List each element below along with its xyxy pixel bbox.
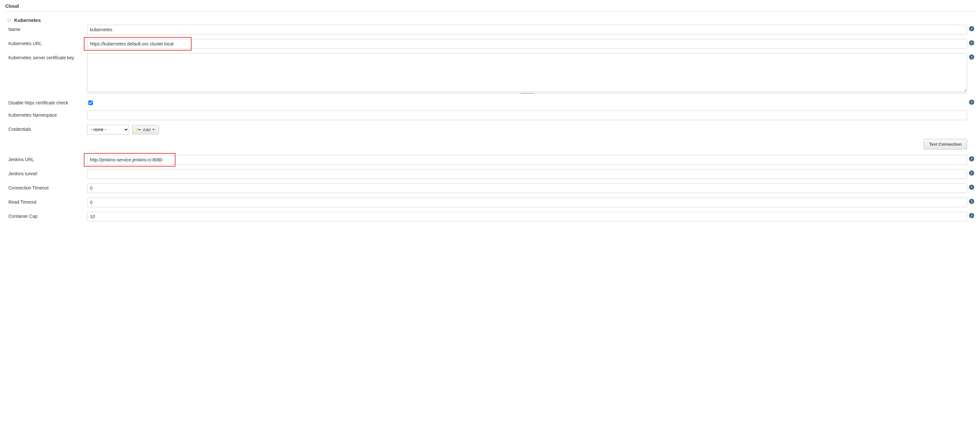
section-title-cloud: Cloud bbox=[4, 0, 976, 12]
label-name: Name bbox=[8, 25, 87, 32]
label-container-cap: Container Cap bbox=[8, 212, 87, 219]
disable-https-checkbox[interactable] bbox=[88, 100, 93, 105]
help-icon[interactable]: ? bbox=[969, 26, 974, 31]
label-cert-key: Kubernetes server certificate key bbox=[8, 53, 87, 60]
help-icon[interactable]: ? bbox=[969, 199, 974, 204]
add-button-label: Add bbox=[143, 127, 150, 132]
label-jenkins-tunnel: Jenkins tunnel bbox=[8, 169, 87, 176]
namespace-input[interactable] bbox=[87, 111, 967, 120]
chevron-down-icon bbox=[152, 129, 155, 130]
jenkins-url-input[interactable] bbox=[87, 155, 967, 165]
cloud-header-label: Kubernetes bbox=[14, 17, 41, 23]
svg-point-6 bbox=[8, 21, 9, 22]
key-icon bbox=[137, 127, 141, 132]
svg-rect-11 bbox=[140, 129, 141, 130]
label-jenkins-url: Jenkins URL bbox=[8, 155, 87, 162]
help-icon[interactable]: ? bbox=[969, 213, 974, 218]
label-read-timeout: Read Timeout bbox=[8, 198, 87, 205]
svg-point-8 bbox=[10, 21, 11, 22]
add-credentials-button[interactable]: Add bbox=[132, 125, 159, 134]
help-icon[interactable]: ? bbox=[969, 185, 974, 190]
label-credentials: Credentials bbox=[8, 125, 87, 132]
help-icon[interactable]: ? bbox=[969, 100, 974, 105]
label-namespace: Kubernetes Namespace bbox=[8, 111, 87, 117]
svg-point-7 bbox=[9, 21, 10, 22]
svg-point-2 bbox=[10, 18, 11, 19]
svg-point-3 bbox=[8, 20, 9, 21]
credentials-select[interactable]: - none - bbox=[87, 125, 129, 134]
cloud-header: Kubernetes bbox=[7, 17, 976, 23]
help-icon[interactable]: ? bbox=[969, 156, 974, 162]
cert-key-textarea[interactable] bbox=[87, 53, 967, 92]
svg-point-5 bbox=[10, 20, 11, 21]
label-conn-timeout: Connection Timeout bbox=[8, 183, 87, 190]
jenkins-tunnel-input[interactable] bbox=[87, 169, 967, 179]
help-icon[interactable]: ? bbox=[969, 170, 974, 176]
svg-point-4 bbox=[9, 20, 10, 21]
label-k8s-url: Kubernetes URL bbox=[8, 39, 87, 46]
container-cap-input[interactable] bbox=[87, 212, 967, 221]
textarea-resize-handle[interactable] bbox=[87, 92, 967, 94]
read-timeout-input[interactable] bbox=[87, 198, 967, 207]
help-icon[interactable]: ? bbox=[969, 40, 974, 46]
help-icon[interactable]: ? bbox=[969, 54, 974, 60]
svg-point-1 bbox=[9, 18, 10, 19]
kubernetes-url-input[interactable] bbox=[87, 39, 967, 49]
label-disable-https: Disable https certificate check bbox=[8, 98, 87, 105]
connection-timeout-input[interactable] bbox=[87, 183, 967, 193]
svg-point-0 bbox=[8, 18, 9, 19]
drag-handle-icon[interactable] bbox=[7, 18, 12, 22]
test-connection-button[interactable]: Test Connection bbox=[924, 139, 967, 149]
name-input[interactable] bbox=[87, 25, 967, 35]
